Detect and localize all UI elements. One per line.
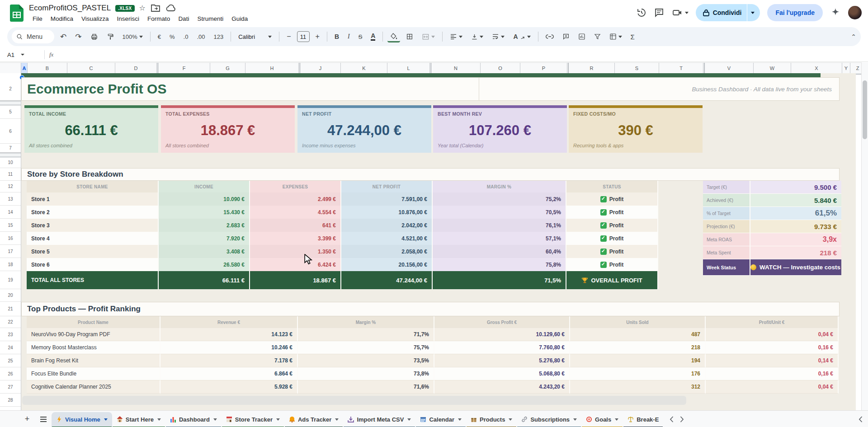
meta-spent-value[interactable]: 218 € [750,246,841,259]
cell-total-income[interactable]: 66.111 € [159,271,250,289]
cell-total-margin[interactable]: 71,5% [433,271,566,289]
spreadsheet-canvas[interactable]: 2 5 6 7 10 11 12 13 14 15 16 17 18 19 20… [0,73,856,410]
cell-expenses[interactable]: 4.554 € [250,206,341,219]
cell-revenue[interactable]: 7.178 € [160,354,298,367]
italic-icon[interactable]: I [345,31,353,42]
cell-units[interactable]: 312 [570,380,706,394]
week-status-value[interactable]: WATCH — Investigate costs [750,259,841,276]
tab-break-even[interactable]: Break-E [623,412,663,427]
format-percent-icon[interactable]: % [167,32,178,42]
menu-strumenti[interactable]: Strumenti [193,14,227,23]
document-title[interactable]: EcomProfitOS_PASTEL [29,4,111,13]
product-col-header[interactable]: Profit/Unit € [706,316,839,328]
cell-expenses[interactable]: 1.350 € [250,245,341,258]
column-header-C[interactable]: C [67,63,115,74]
cell-margin[interactable]: 73,8% [298,367,434,380]
cell-total-expenses[interactable]: 18.867 € [250,271,341,289]
cell-margin[interactable]: 75,2% [433,192,566,206]
cell-total-status[interactable]: OVERALL PROFIT [566,271,658,289]
week-status-label[interactable]: Week Status [703,259,750,276]
tab-store-tracker[interactable]: Store Tracker [222,412,284,427]
row-header[interactable]: 16 [0,232,21,245]
cell-expenses[interactable]: 6.424 € [250,258,341,271]
cell-net-profit[interactable]: 10.876,00 € [341,206,433,219]
move-folder-icon[interactable] [150,3,161,14]
scroll-tabs-right-icon[interactable] [680,416,684,422]
tab-menu-icon[interactable] [104,418,108,421]
row-header[interactable]: 7 [0,144,21,153]
cell-expenses[interactable]: 2.499 € [250,192,341,206]
row-header[interactable]: 6 [0,119,21,144]
menu-dati[interactable]: Dati [175,14,193,23]
print-icon[interactable] [88,31,101,42]
row-header[interactable]: 11 [0,168,21,181]
row-header[interactable]: 27 [0,380,21,394]
row-header[interactable]: 10 [0,157,21,168]
row-header[interactable]: 28 [0,394,21,407]
product-col-header[interactable]: Product Name [27,316,160,328]
kpi-card-net-profit[interactable]: NET PROFIT 47.244,00 € Income minus expe… [297,105,431,153]
cell-units[interactable]: 218 [570,341,706,354]
add-sheet-icon[interactable]: + [19,413,35,426]
upgrade-button[interactable]: Fai l'upgrade [767,4,823,21]
create-filter-icon[interactable] [591,32,604,42]
cell-status[interactable]: Profit [566,232,658,245]
tab-calendar[interactable]: Calendar [415,412,466,427]
meta-spent-label[interactable]: Meta Spent [703,246,750,259]
cell-income[interactable]: 3.408 € [159,245,250,258]
zoom-select[interactable]: 100% [120,32,146,42]
cell-net-profit[interactable]: 2.042,00 € [341,219,433,232]
cell-store-name[interactable]: Store 3 [27,219,159,232]
cell-store-name[interactable]: Store 2 [27,206,159,219]
cell-product-name[interactable]: Cognitive Calendar Planner 2025 [27,380,160,394]
tab-menu-icon[interactable] [157,418,161,421]
more-formats-icon[interactable]: 123 [211,32,226,42]
column-header-O[interactable]: O [481,63,520,74]
all-sheets-icon[interactable] [35,413,52,426]
cell-product-name[interactable]: Focus Elite Bundle [27,367,160,380]
store-col-header[interactable]: MARGIN % [433,181,566,192]
column-header-J[interactable]: J [300,63,341,74]
cell-revenue[interactable]: 14.123 € [160,328,298,341]
dashboard-title-band[interactable]: Ecommerce Profit OS Business Dashboard ·… [21,77,840,101]
column-header-X[interactable]: X [791,63,842,74]
collapsed-rows-marker[interactable] [0,153,21,157]
column-header-G[interactable]: G [210,63,245,74]
insert-comment-icon[interactable] [560,31,572,42]
cell-status[interactable]: Profit [566,245,658,258]
tab-goals[interactable]: Goals [581,412,623,427]
menu-visualizza[interactable]: Visualizza [78,14,113,23]
cell-net-profit[interactable]: 4.521,00 € [341,232,433,245]
collapsed-rows-marker[interactable] [0,101,21,105]
column-header-T[interactable]: T [659,63,703,74]
kpi-card-total-expenses[interactable]: TOTAL EXPENSES 18.867 € All stores combi… [161,105,295,153]
menu-file[interactable]: File [29,14,46,23]
vertical-scrollbar[interactable] [861,62,868,410]
cell-gross-profit[interactable]: 5.276,80 € [434,354,570,367]
pct-of-target-label[interactable]: % of Target [703,207,750,220]
tab-menu-icon[interactable] [276,418,280,421]
projection-value[interactable]: 9.733 € [750,220,841,233]
column-header-D[interactable]: D [115,63,157,74]
cell-revenue[interactable]: 6.864 € [160,367,298,380]
target-label[interactable]: Target (€) [703,181,750,194]
functions-icon[interactable]: Σ [628,31,637,42]
product-col-header[interactable]: Units Sold [570,316,706,328]
row-header[interactable]: 5 [0,105,21,119]
tab-subscriptions[interactable]: Subscriptions [517,412,581,427]
cell-product-name[interactable]: NeuroVivo 90-Day Program PDF [27,328,160,341]
comments-icon[interactable] [654,7,665,18]
version-history-icon[interactable] [636,7,646,18]
column-header-P[interactable]: P [520,63,567,74]
gemini-sparkle-icon[interactable] [830,7,841,18]
row-header[interactable]: 24 [0,341,21,354]
cell-margin[interactable]: 73,5% [298,354,434,367]
store-col-header[interactable]: EXPENSES [250,181,341,192]
tab-menu-icon[interactable] [213,418,217,421]
insert-link-icon[interactable] [543,32,557,41]
cell-profit-unit[interactable]: 0,04 € [706,380,839,394]
text-color-icon[interactable]: A [371,33,375,41]
cell-net-profit[interactable]: 20.156,00 € [341,258,433,271]
cell-income[interactable]: 2.683 € [159,219,250,232]
cell-profit-unit[interactable]: 0,14 € [706,354,839,367]
